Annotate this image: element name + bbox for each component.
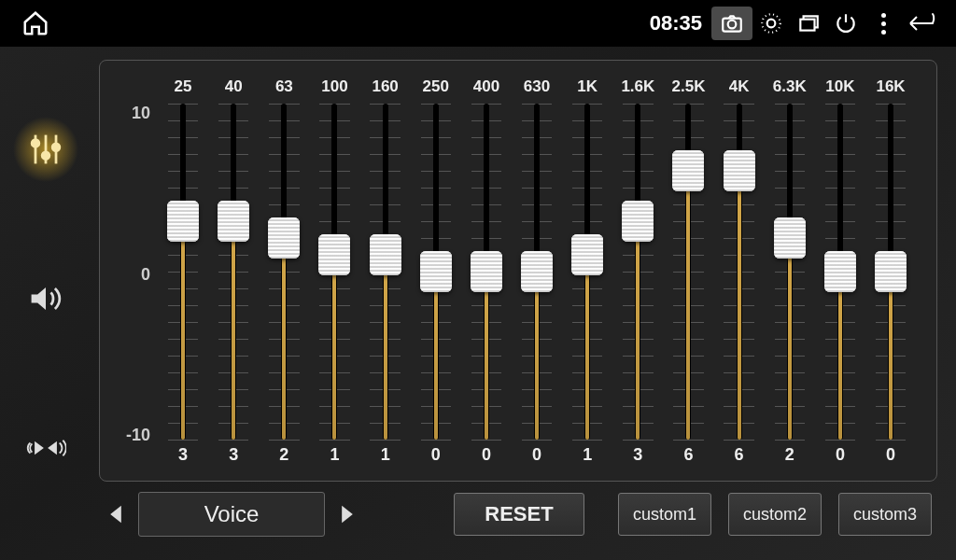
- eq-band-63: 63 2: [259, 77, 309, 471]
- eq-axis: 10 0 -10: [120, 77, 158, 471]
- sidebar-tab-equalizer[interactable]: [18, 121, 74, 177]
- eq-band-100: 100 1: [309, 77, 359, 471]
- eq-band-value: 6: [683, 445, 693, 471]
- eq-slider[interactable]: [411, 104, 461, 440]
- eq-band-freq: 2.5K: [672, 77, 706, 104]
- eq-band-1.6K: 1.6K 3: [612, 77, 663, 471]
- eq-band-freq: 250: [423, 77, 449, 104]
- eq-slider[interactable]: [612, 104, 663, 440]
- eq-band-freq: 10K: [825, 77, 854, 104]
- eq-slider[interactable]: [765, 104, 815, 440]
- eq-band-freq: 400: [473, 77, 499, 104]
- eq-band-value: 3: [178, 445, 188, 471]
- axis-min: -10: [126, 426, 150, 445]
- eq-band-value: 1: [381, 445, 390, 471]
- reset-button[interactable]: RESET: [454, 493, 584, 536]
- brightness-icon[interactable]: [752, 5, 790, 42]
- eq-band-value: 0: [532, 445, 541, 471]
- status-clock: 08:35: [650, 11, 702, 35]
- svg-point-6: [32, 140, 39, 147]
- eq-band-freq: 4K: [729, 77, 750, 104]
- preset-next-button[interactable]: [330, 497, 364, 531]
- eq-band-630: 630 0: [512, 77, 562, 471]
- eq-band-value: 0: [482, 445, 491, 471]
- eq-band-2.5K: 2.5K 6: [663, 77, 713, 471]
- eq-band-freq: 16K: [876, 77, 905, 104]
- eq-slider[interactable]: [158, 104, 208, 440]
- eq-slider[interactable]: [360, 104, 411, 440]
- eq-slider[interactable]: [714, 104, 765, 440]
- eq-band-freq: 630: [524, 77, 550, 104]
- eq-band-value: 6: [735, 445, 744, 471]
- eq-band-value: 0: [431, 445, 441, 471]
- back-icon[interactable]: [902, 5, 939, 42]
- eq-band-freq: 100: [321, 77, 347, 104]
- eq-band-value: 2: [279, 445, 288, 471]
- eq-slider[interactable]: [208, 104, 259, 440]
- eq-band-freq: 63: [275, 77, 293, 104]
- eq-band-freq: 1K: [577, 77, 598, 104]
- svg-point-2: [767, 20, 776, 28]
- eq-band-freq: 1.6K: [621, 77, 654, 104]
- sidebar: [0, 47, 91, 560]
- more-icon[interactable]: [865, 5, 902, 42]
- eq-slider[interactable]: [512, 104, 562, 440]
- eq-slider[interactable]: [562, 104, 612, 440]
- svg-point-10: [52, 144, 60, 151]
- eq-band-10K: 10K 0: [815, 77, 865, 471]
- sidebar-tab-volume[interactable]: [18, 271, 74, 327]
- power-icon[interactable]: [827, 5, 865, 42]
- eq-band-freq: 160: [372, 77, 398, 104]
- eq-band-4K: 4K 6: [714, 77, 765, 471]
- eq-band-16K: 16K 0: [865, 77, 916, 471]
- eq-slider[interactable]: [815, 104, 865, 440]
- preset-label[interactable]: Voice: [138, 492, 325, 537]
- eq-slider[interactable]: [663, 104, 713, 440]
- eq-slider[interactable]: [865, 104, 916, 440]
- eq-band-value: 1: [330, 445, 339, 471]
- eq-band-1K: 1K 1: [562, 77, 612, 471]
- eq-band-value: 2: [785, 445, 794, 471]
- eq-band-value: 0: [886, 445, 895, 471]
- eq-band-400: 400 0: [461, 77, 512, 471]
- eq-band-value: 3: [633, 445, 642, 471]
- axis-mid: 0: [141, 265, 150, 285]
- camera-icon[interactable]: [711, 7, 752, 40]
- eq-band-25: 25 3: [158, 77, 208, 471]
- custom1-button[interactable]: custom1: [618, 493, 711, 536]
- eq-band-freq: 25: [175, 77, 192, 104]
- recent-apps-icon[interactable]: [790, 5, 827, 42]
- bottom-bar: Voice RESET custom1 custom2 custom3: [99, 482, 937, 547]
- svg-rect-4: [800, 20, 814, 31]
- eq-band-250: 250 0: [411, 77, 461, 471]
- sidebar-tab-balance[interactable]: [18, 420, 74, 476]
- preset-prev-button[interactable]: [99, 497, 133, 531]
- eq-band-160: 160 1: [360, 77, 411, 471]
- custom3-button[interactable]: custom3: [838, 493, 932, 536]
- eq-band-value: 3: [229, 445, 238, 471]
- status-bar: 08:35: [0, 0, 956, 47]
- home-icon[interactable]: [17, 5, 54, 42]
- axis-max: 10: [132, 104, 150, 123]
- eq-band-40: 40 3: [208, 77, 259, 471]
- svg-point-8: [42, 152, 49, 160]
- custom2-button[interactable]: custom2: [728, 493, 822, 536]
- svg-point-3: [762, 14, 780, 33]
- eq-band-value: 0: [836, 445, 845, 471]
- eq-band-freq: 40: [225, 77, 243, 104]
- eq-slider[interactable]: [259, 104, 309, 440]
- eq-band-6.3K: 6.3K 2: [765, 77, 815, 471]
- eq-slider[interactable]: [461, 104, 512, 440]
- equalizer-panel: 10 0 -10 25 3 40 3 63: [99, 60, 937, 482]
- eq-slider[interactable]: [309, 104, 359, 440]
- eq-band-value: 1: [583, 445, 592, 471]
- eq-band-freq: 6.3K: [773, 77, 807, 104]
- svg-point-1: [728, 21, 737, 29]
